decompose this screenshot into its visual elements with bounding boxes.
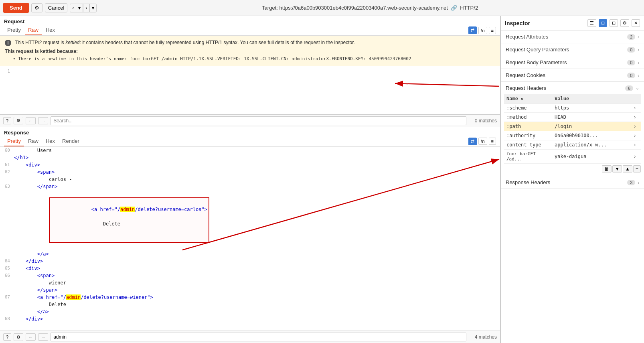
search-prev-btn[interactable]: ←	[26, 117, 36, 124]
col-name[interactable]: Name ⇅	[504, 94, 552, 104]
response-search-input[interactable]	[51, 333, 466, 341]
header-row-method[interactable]: :method HEAD ›	[504, 113, 641, 122]
resp-tab-raw[interactable]: Raw	[25, 136, 42, 146]
resp-line-67: 67 <a href="/admin/delete?username=wiene…	[0, 294, 500, 301]
header-row-content-type[interactable]: content-type application/x-w... ›	[504, 140, 641, 150]
request-tabs-row: Pretty Raw Hex ⇄ \n ≡	[0, 25, 500, 36]
search-settings-btn[interactable]: ⚙	[14, 117, 23, 124]
resp-line-span-close: </span>	[0, 286, 500, 294]
move-up-btn[interactable]: ▲	[623, 165, 632, 173]
resp-tab-icons: ⇄ \n ≡	[468, 138, 496, 145]
request-search-bar: ? ⚙ ← → 0 matches	[0, 114, 500, 127]
resp-line-delete2: Delete	[0, 301, 500, 308]
request-matches-count: 0 matches	[469, 118, 497, 124]
col-value[interactable]: Value	[552, 94, 632, 104]
warning-banner: i This HTTP/2 request is kettled: it con…	[0, 36, 500, 66]
inspector-view-btn2[interactable]: ⊞	[599, 19, 607, 27]
tab-pretty[interactable]: Pretty	[4, 25, 24, 35]
query-params-header[interactable]: Request Query Parameters 0 ‹	[501, 43, 644, 56]
request-search-input[interactable]	[51, 116, 466, 125]
response-matches-count: 4 matches	[469, 334, 497, 340]
req-headers-table: Name ⇅ Value :scheme https › :method	[504, 94, 641, 164]
nav-back-button[interactable]: ‹	[70, 4, 76, 12]
request-body-area[interactable]: 1	[0, 66, 500, 114]
resp-line-a-close: </a>	[0, 250, 500, 258]
target-url: Target: https://0a6a00b903001eb4c0f99a22…	[99, 5, 641, 11]
header-row-scheme[interactable]: :scheme https ›	[504, 104, 641, 113]
resp-line-65: 65 <div>	[0, 265, 500, 272]
inspector-title: Inspector	[505, 20, 585, 26]
info-icon: i	[5, 40, 11, 46]
cookies-header[interactable]: Request Cookies 0 ‹	[501, 69, 644, 81]
col-actions	[632, 94, 641, 104]
resp-line-60: 60 Users	[0, 147, 500, 154]
newline-icon[interactable]: \n	[478, 27, 487, 34]
resp-line-a-close2: </a>	[0, 308, 500, 315]
resp-search-prev-btn[interactable]: ←	[26, 333, 36, 341]
resp-search-next-btn[interactable]: →	[38, 333, 48, 341]
req-attrs-header[interactable]: Request Attributes 2 ‹	[501, 30, 644, 43]
header-row-path[interactable]: :path /login ›	[504, 122, 641, 131]
more-icon[interactable]: ≡	[489, 27, 496, 34]
delete-row-btn[interactable]: 🗑	[602, 165, 612, 173]
resp-line-63: 63 </span>	[0, 183, 500, 190]
header-row-authority[interactable]: :authority 0a6a00b90300... ›	[504, 131, 641, 140]
inspector-section-cookies: Request Cookies 0 ‹	[501, 69, 644, 82]
request-section: Request Pretty Raw Hex ⇄ \n ≡ i This HTT…	[0, 16, 500, 127]
tab-raw[interactable]: Raw	[25, 25, 42, 35]
code-line-1: 1	[0, 68, 500, 75]
resp-line-63b: <a href="/admin/delete?username=carlos">…	[0, 190, 500, 250]
resp-wrap-icon[interactable]: ⇄	[468, 138, 477, 145]
wrap-icon[interactable]: ⇄	[468, 26, 477, 34]
resp-more-icon[interactable]: ≡	[489, 138, 496, 145]
nav-forward-button[interactable]: ›	[83, 4, 89, 12]
inspector-close-btn[interactable]: ✕	[632, 19, 640, 27]
response-search-bar: ? ⚙ ← → 4 matches	[0, 331, 500, 343]
kettled-word: kettled	[65, 40, 79, 45]
toolbar: Send ⚙ Cancel ‹ ▾ › ▾ Target: https://0a…	[0, 0, 644, 16]
settings-button[interactable]: ⚙	[31, 3, 43, 12]
body-params-header[interactable]: Request Body Parameters 0 ‹	[501, 56, 644, 69]
tab-icons: ⇄ \n ≡	[468, 26, 496, 34]
left-panel: Request Pretty Raw Hex ⇄ \n ≡ i This HTT…	[0, 16, 500, 343]
inspector-section-request-attrs: Request Attributes 2 ‹	[501, 30, 644, 43]
resp-headers-section-header[interactable]: Response Headers 3 ‹	[501, 176, 644, 189]
red-box-annotation: <a href="/admin/delete?username=carlos">…	[49, 197, 209, 243]
resp-tab-pretty[interactable]: Pretty	[4, 136, 24, 146]
tab-hex[interactable]: Hex	[43, 25, 58, 35]
response-title: Response	[0, 127, 500, 136]
search-next-btn[interactable]: →	[38, 117, 48, 124]
resp-line-68: 68 </div>	[0, 315, 500, 323]
req-headers-section-header[interactable]: Request Headers 6 ⌄	[501, 82, 644, 94]
resp-line-h1-close: </h1>	[0, 154, 500, 161]
resp-line-66: 66 <span>	[0, 272, 500, 279]
resp-tab-hex[interactable]: Hex	[43, 136, 58, 146]
inspector-panel: Inspector ☰ ⊞ ⊟ ⚙ ✕ Request Attributes 2…	[500, 16, 644, 343]
response-code-area[interactable]: 60 Users </h1> 61 <div> 62 <span>	[0, 147, 500, 331]
warning-bold: This request is kettled because:	[5, 48, 495, 55]
nav-forward-dropdown[interactable]: ▾	[89, 4, 97, 12]
inspector-section-req-headers: Request Headers 6 ⌄ Name ⇅ Value	[501, 82, 644, 176]
search-help-btn[interactable]: ?	[3, 117, 11, 124]
resp-search-help-btn[interactable]: ?	[3, 333, 11, 341]
nav-back-dropdown[interactable]: ▾	[76, 4, 83, 12]
resp-tab-render[interactable]: Render	[59, 136, 83, 146]
resp-newline-icon[interactable]: \n	[478, 138, 487, 145]
inspector-settings-btn[interactable]: ⚙	[620, 19, 629, 27]
inspector-section-resp-headers: Response Headers 3 ‹	[501, 176, 644, 189]
row-action-buttons: 🗑 ▼ ▲ +	[504, 165, 641, 173]
resp-line-62: 62 <span>	[0, 168, 500, 176]
inspector-view-btn3[interactable]: ⊟	[610, 19, 618, 27]
resp-search-settings-btn[interactable]: ⚙	[14, 333, 23, 341]
request-title: Request	[0, 16, 500, 25]
add-row-btn[interactable]: +	[633, 165, 641, 173]
move-down-btn[interactable]: ▼	[612, 165, 622, 173]
send-button[interactable]: Send	[3, 3, 29, 13]
cancel-button[interactable]: Cancel	[45, 3, 67, 12]
response-section: Response Pretty Raw Hex Render ⇄ \n ≡ 60…	[0, 127, 500, 343]
inspector-header: Inspector ☰ ⊞ ⊟ ⚙ ✕	[501, 16, 644, 30]
resp-line-64: 64 </div>	[0, 258, 500, 265]
header-row-foo[interactable]: foo: barGET /ad... yake-daigua ›	[504, 150, 641, 164]
main-container: Request Pretty Raw Hex ⇄ \n ≡ i This HTT…	[0, 16, 644, 343]
inspector-view-btn1[interactable]: ☰	[587, 19, 596, 27]
